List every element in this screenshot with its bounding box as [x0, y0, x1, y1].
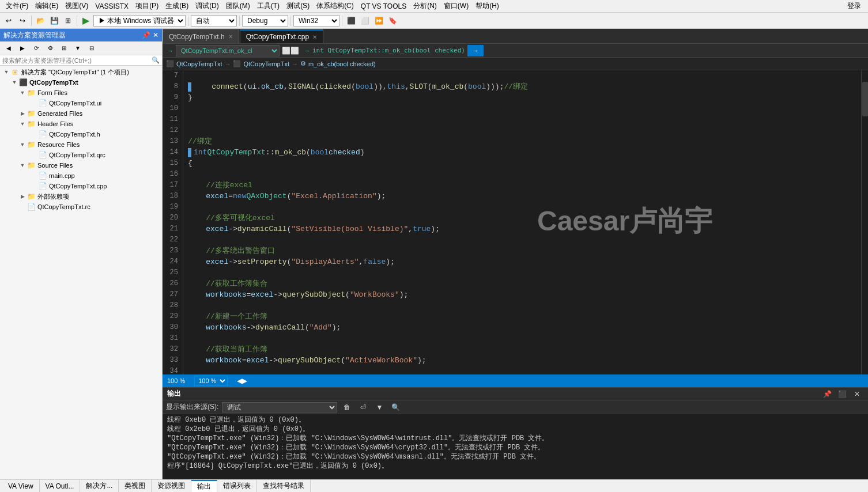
tab-cpp[interactable]: QtCopyTempTxt.cpp ✕	[240, 29, 323, 43]
redo-button[interactable]: ↪	[16, 14, 29, 27]
solution-explorer-search[interactable]: 🔍	[0, 55, 162, 66]
toolbar-bookmark-btn[interactable]: 🔖	[386, 14, 399, 27]
bottom-tab-output-label: 输出	[197, 482, 211, 491]
scrollbar-thumb[interactable]	[862, 82, 868, 116]
se-properties-button[interactable]: ⚙	[44, 42, 56, 55]
close-icon[interactable]: ✕	[153, 31, 158, 39]
se-forward-button[interactable]: ▶	[16, 42, 29, 55]
toolbar-debug-btn3[interactable]: ⏩	[372, 14, 385, 27]
bottom-tab-output[interactable]: 输出	[191, 480, 217, 493]
solution-explorer-toolbar: ◀ ▶ ⟳ ⚙ ⊞ ▼ ⊟	[0, 41, 162, 55]
debug-config-dropdown[interactable]: Debug	[242, 15, 288, 27]
nav-arrows[interactable]: ◀▶	[237, 377, 247, 385]
tree-generated-files[interactable]: ▶ 📁 Generated Files	[0, 108, 162, 119]
se-sync-button[interactable]: ⟳	[30, 42, 43, 55]
output-word-wrap-button[interactable]: ⏎	[357, 401, 369, 414]
tree-qtcopytmptxt-ui[interactable]: 📄 QtCopyTempTxt.ui	[0, 98, 162, 108]
bottom-tab-class[interactable]: 类视图	[119, 480, 152, 493]
output-pin-button[interactable]: 📌	[821, 388, 833, 400]
menu-vassistx[interactable]: VASSISTX	[92, 2, 132, 10]
breadcrumb-method[interactable]: m_ok_cb(bool checked)	[308, 60, 376, 67]
tree-project[interactable]: ▼ ⬛ QtCopyTempTxt	[0, 77, 162, 88]
tree-qtcopytmptxt-rc[interactable]: 📄 QtCopyTempTxt.rc	[0, 202, 162, 212]
code-editor[interactable]: 7891011 1213141516 1718192021 2223242526…	[163, 70, 861, 374]
breadcrumb-class-left[interactable]: QtCopyTempTxt	[176, 60, 222, 67]
toolbar-debug-btn2[interactable]: ⬜	[358, 14, 371, 27]
config-dropdown[interactable]: 自动	[191, 15, 237, 27]
bottom-tab-error-list[interactable]: 错误列表	[217, 480, 257, 493]
code-line-22	[188, 234, 861, 245]
bottom-tab-find-symbols[interactable]: 查找符号结果	[257, 480, 311, 493]
zoom-select[interactable]: 100 %	[194, 376, 228, 386]
menu-view[interactable]: 视图(V)	[62, 1, 92, 11]
se-back-button[interactable]: ◀	[2, 42, 15, 55]
code-content[interactable]: connect(ui.ok_cb, SIGNAL(clicked(bool)),…	[183, 70, 861, 374]
menu-qt-vs-tools[interactable]: QT VS TOOLS	[357, 2, 410, 10]
tree-resource-files[interactable]: ▼ 📁 Resource Files	[0, 139, 162, 150]
output-search-button[interactable]: 🔍	[389, 401, 402, 414]
tab-h-close[interactable]: ✕	[228, 33, 233, 40]
tab-cpp-close[interactable]: ✕	[312, 34, 317, 40]
menu-debug[interactable]: 调试(D)	[192, 1, 222, 11]
output-close-button[interactable]: ✕	[851, 388, 863, 400]
run-button[interactable]: ▶	[80, 14, 92, 27]
menu-bar: 文件(F) 编辑(E) 视图(V) VASSISTX 项目(P) 生成(B) 调…	[0, 0, 868, 13]
output-clear-button[interactable]: 🗑	[341, 401, 353, 414]
menu-help[interactable]: 帮助(H)	[472, 1, 503, 11]
undo-button[interactable]: ↩	[2, 14, 15, 27]
tree-main-cpp[interactable]: 📄 main.cpp	[0, 171, 162, 181]
tree-header-files[interactable]: ▼ 📁 Header Files	[0, 119, 162, 129]
platform-dropdown[interactable]: Win32	[293, 15, 339, 27]
pin-icon[interactable]: 📌	[142, 31, 150, 39]
tree-qtcopytmptxt-h[interactable]: 📄 QtCopyTempTxt.h	[0, 129, 162, 139]
menu-tools[interactable]: 工具(T)	[254, 1, 283, 11]
breadcrumb-class-right[interactable]: QtCopyTempTxt	[243, 60, 289, 67]
bottom-tab-class-label: 类视图	[124, 481, 145, 491]
menu-edit[interactable]: 编辑(E)	[32, 1, 62, 11]
tree-form-files[interactable]: ▼ 📁 Form Files	[0, 88, 162, 98]
tree-qtcopytmptxt-cpp[interactable]: 📄 QtCopyTempTxt.cpp	[0, 181, 162, 191]
tree-qtcopytmptxt-qrc[interactable]: 📄 QtCopyTempTxt.qrc	[0, 150, 162, 160]
code-line-11	[188, 114, 861, 125]
solution-explorer-title: 解决方案资源管理器	[3, 31, 66, 40]
open-button[interactable]: 📂	[34, 14, 47, 27]
tree-source-files[interactable]: ▼ 📁 Source Files	[0, 160, 162, 171]
nav-function-dropdown[interactable]: QtCopyTempTxt.m_ok_cl	[176, 45, 280, 56]
search-input[interactable]	[2, 57, 152, 64]
se-filter-button[interactable]: ▼	[71, 42, 84, 55]
bottom-tab-resource[interactable]: 资源视图	[152, 480, 191, 493]
editor-scrollbar[interactable]	[861, 70, 868, 374]
bottom-tab-va-view[interactable]: VA View	[2, 480, 40, 493]
tree-root-solution[interactable]: ▼ ⊞ 解决方案 "QtCopyTempTxt" (1 个项目)	[0, 67, 162, 77]
menu-build[interactable]: 生成(B)	[162, 1, 192, 11]
output-filter-button[interactable]: ▼	[373, 401, 386, 414]
se-show-all-button[interactable]: ⊞	[58, 42, 70, 55]
qtcopytmptxt-cpp-label: QtCopyTempTxt.cpp	[49, 183, 107, 190]
output-source-select[interactable]: 调试	[222, 402, 337, 412]
tab-h[interactable]: QtCopyTempTxt.h ✕	[163, 29, 239, 43]
menu-test[interactable]: 测试(S)	[283, 1, 313, 11]
menu-file[interactable]: 文件(F)	[2, 1, 32, 11]
menu-analyze[interactable]: 分析(N)	[410, 1, 440, 11]
save-button[interactable]: 💾	[48, 14, 61, 27]
bottom-tab-va-outline[interactable]: VA Outl...	[40, 480, 81, 493]
code-line-19	[188, 202, 861, 213]
menu-team[interactable]: 团队(M)	[222, 1, 254, 11]
editor-tab-bar: QtCopyTempTxt.h ✕ QtCopyTempTxt.cpp ✕	[163, 29, 868, 44]
save-all-button[interactable]: ⊞	[62, 14, 74, 27]
menu-window[interactable]: 窗口(W)	[440, 1, 472, 11]
tab-h-label: QtCopyTempTxt.h	[169, 33, 225, 41]
output-float-button[interactable]: ⬛	[836, 388, 848, 400]
toolbar-debug-btn1[interactable]: ⬛	[345, 14, 357, 27]
se-collapse-button[interactable]: ⊟	[85, 42, 98, 55]
folder-icon: 📁	[27, 161, 36, 169]
menu-project[interactable]: 项目(P)	[132, 1, 162, 11]
menu-arch[interactable]: 体系结构(C)	[313, 1, 357, 11]
ui-file-icon: 📄	[38, 99, 47, 107]
debug-target-dropdown[interactable]: ▶ 本地 Windows 调试器	[93, 15, 186, 27]
bottom-tab-solution[interactable]: 解决方...	[80, 480, 119, 493]
tree-external-deps[interactable]: ▶ 📁 外部依赖项	[0, 191, 162, 202]
rc-file-label: QtCopyTempTxt.rc	[37, 203, 90, 210]
nav-go-button[interactable]: →	[467, 45, 484, 56]
login-button[interactable]: 登录	[843, 1, 866, 11]
